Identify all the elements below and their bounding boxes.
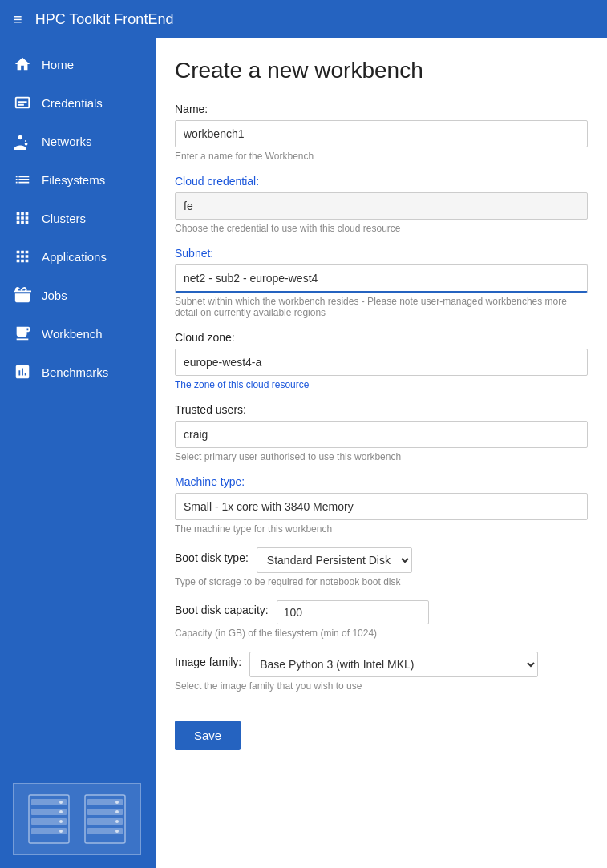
jobs-icon [13, 285, 32, 305]
cloud-zone-field-group: Cloud zone: The zone of this cloud resou… [175, 331, 588, 390]
cloud-credential-hint: Choose the credential to use with this c… [175, 223, 588, 234]
clusters-icon [13, 208, 32, 228]
svg-point-14 [115, 801, 119, 804]
sidebar-item-workbench[interactable]: Workbench [0, 314, 156, 353]
sidebar-item-credentials[interactable]: Credentials [0, 83, 156, 122]
trusted-users-field-group: Trusted users: Select primary user autho… [175, 403, 588, 462]
home-icon [13, 55, 32, 74]
sidebar-item-applications[interactable]: Applications [0, 237, 156, 276]
svg-point-17 [115, 830, 119, 833]
page-title: Create a new workbench [175, 58, 588, 83]
sidebar-label-jobs: Jobs [42, 289, 67, 302]
hamburger-icon[interactable]: ≡ [13, 10, 22, 29]
sidebar: Home Credentials Networks [0, 38, 156, 868]
machine-type-input[interactable] [175, 493, 588, 520]
boot-disk-type-label: Boot disk type: [175, 551, 249, 564]
image-family-label: Image family: [175, 656, 241, 668]
subnet-hint: Subnet within which the workbench reside… [175, 296, 588, 318]
boot-disk-capacity-input[interactable] [277, 600, 429, 624]
benchmarks-icon [13, 362, 32, 382]
name-hint: Enter a name for the Workbench [175, 151, 588, 162]
boot-disk-capacity-label: Boot disk capacity: [175, 604, 269, 616]
sidebar-label-applications: Applications [42, 250, 107, 264]
trusted-users-label: Trusted users: [175, 403, 588, 416]
sidebar-label-home: Home [42, 58, 74, 71]
subnet-label: Subnet: [175, 247, 588, 260]
cloud-credential-field-group: Cloud credential: Choose the credential … [175, 175, 588, 234]
svg-point-10 [59, 801, 63, 804]
subnet-field-group: Subnet: Subnet within which the workbenc… [175, 247, 588, 318]
svg-point-16 [115, 820, 119, 823]
boot-disk-type-field-group: Boot disk type: Standard Persistent Disk… [175, 547, 588, 587]
sidebar-label-workbench: Workbench [42, 327, 103, 341]
image-family-hint: Select the image family that you wish to… [175, 680, 588, 692]
sidebar-logo [0, 770, 156, 868]
boot-disk-capacity-hint: Capacity (in GB) of the filesystem (min … [175, 628, 588, 639]
machine-type-hint: The machine type for this workbench [175, 523, 588, 535]
sidebar-item-clusters[interactable]: Clusters [0, 199, 156, 237]
name-input[interactable] [175, 120, 588, 147]
filesystems-icon [13, 170, 32, 189]
trusted-users-hint: Select primary user authorised to use th… [175, 451, 588, 462]
sidebar-label-clusters: Clusters [42, 212, 86, 225]
networks-icon [13, 131, 32, 151]
subnet-input[interactable] [175, 264, 588, 293]
svg-point-15 [115, 810, 119, 813]
svg-point-11 [59, 810, 63, 813]
svg-point-12 [59, 820, 63, 823]
topbar: ≡ HPC Toolkit FrontEnd [0, 0, 607, 38]
cloud-credential-label: Cloud credential: [175, 175, 588, 188]
workbench-icon [13, 324, 32, 343]
svg-point-13 [59, 830, 63, 833]
credentials-icon [13, 93, 32, 112]
cloud-credential-input[interactable] [175, 192, 588, 220]
boot-disk-type-select[interactable]: Standard Persistent Disk SSD Persistent … [257, 547, 412, 573]
sidebar-label-networks: Networks [42, 135, 92, 148]
trusted-users-input[interactable] [175, 421, 588, 448]
sidebar-item-filesystems[interactable]: Filesystems [0, 160, 156, 199]
image-family-field-group: Image family: Base Python 3 (with Intel … [175, 652, 588, 692]
name-label: Name: [175, 103, 588, 115]
cloud-zone-label: Cloud zone: [175, 331, 588, 344]
sidebar-item-networks[interactable]: Networks [0, 122, 156, 160]
boot-disk-type-hint: Type of storage to be required for noteb… [175, 576, 588, 587]
machine-type-label: Machine type: [175, 475, 588, 488]
sidebar-item-home[interactable]: Home [0, 45, 156, 83]
name-field-group: Name: Enter a name for the Workbench [175, 103, 588, 162]
app-title: HPC Toolkit FrontEnd [35, 11, 174, 28]
image-family-select[interactable]: Base Python 3 (with Intel MKL) TensorFlo… [249, 652, 538, 677]
sidebar-label-benchmarks: Benchmarks [42, 365, 108, 379]
cloud-zone-hint: The zone of this cloud resource [175, 379, 588, 390]
cloud-zone-input[interactable] [175, 349, 588, 376]
save-button[interactable]: Save [175, 721, 241, 750]
sidebar-item-jobs[interactable]: Jobs [0, 276, 156, 314]
sidebar-label-filesystems: Filesystems [42, 173, 105, 187]
machine-type-field-group: Machine type: The machine type for this … [175, 475, 588, 535]
main-content: Create a new workbench Name: Enter a nam… [156, 38, 607, 868]
sidebar-item-benchmarks[interactable]: Benchmarks [0, 353, 156, 391]
applications-icon [13, 247, 32, 266]
boot-disk-capacity-field-group: Boot disk capacity: Capacity (in GB) of … [175, 600, 588, 639]
sidebar-label-credentials: Credentials [42, 96, 103, 110]
